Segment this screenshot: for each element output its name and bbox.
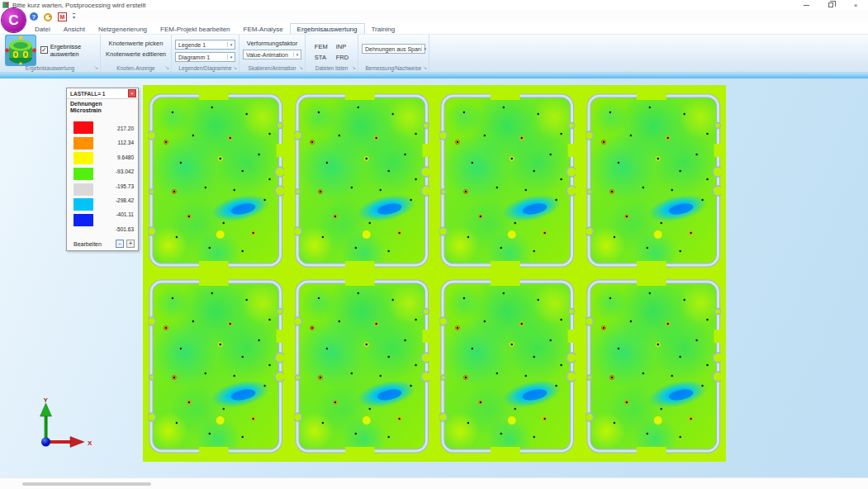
ribbon-group-knoten-anzeige: Knotenwerte picken Knotenwerte editieren… — [101, 35, 172, 72]
title-bar: Bitte kurz warten, Postprocessing wird e… — [0, 0, 868, 10]
tab-netzgenerierung[interactable]: Netzgenerierung — [92, 23, 154, 34]
diagramm-dropdown-value: Diagramm 1 — [178, 55, 210, 60]
legend-swatches — [74, 121, 93, 226]
legende-dropdown-value: Legende 1 — [178, 42, 206, 48]
legend-increase-button[interactable]: + — [126, 240, 135, 248]
window-controls: × — [794, 0, 868, 10]
legend-value: -195.73 — [101, 179, 134, 193]
dehnungen-dropdown-value: Dehnungen aus Span — [365, 46, 421, 52]
coordinate-triad: Y X — [31, 398, 93, 458]
contour-panel — [586, 93, 722, 268]
legend-value: -501.63 — [101, 222, 134, 236]
knotenwerte-picken-button[interactable]: Knotenwerte picken — [104, 39, 168, 48]
group-label: Legenden/Diagramme — [172, 65, 239, 71]
legend-quantity-label: Dehnungen — [70, 101, 138, 107]
ribbon-group-dateien-listen: FEM INP STA FRD Dateien listen ↘ — [306, 35, 358, 72]
tab-fem-analyse[interactable]: FEM-Analyse — [237, 23, 290, 34]
app-logo[interactable]: C — [2, 8, 26, 32]
checkbox-label: Ergebnisse auswerten — [50, 43, 97, 58]
value-animation-value: Value-Animation — [246, 52, 288, 58]
m-logo-icon[interactable]: M — [58, 12, 67, 21]
tab-fem-projekt-bearbeiten[interactable]: FEM-Projekt bearbeiten — [154, 23, 236, 34]
legend-title-bar[interactable]: LASTFALL= 1 × — [67, 88, 138, 99]
diagramm-dropdown[interactable]: Diagramm 1 ▾ — [175, 52, 235, 62]
legend-swatch — [74, 137, 93, 150]
dehnungen-aus-spannungen-dropdown[interactable]: Dehnungen aus Span ▾ — [362, 44, 425, 54]
group-label: Bemessung/Nachweise — [358, 65, 429, 71]
restore-icon[interactable] — [818, 0, 843, 10]
legend-swatch — [74, 168, 93, 180]
dialog-launcher-icon[interactable]: ↘ — [299, 65, 303, 70]
chevron-down-icon[interactable]: ▾ — [227, 42, 235, 47]
legend-values: 217.20 112.34 9.6480 -93.042 -195.73 -29… — [101, 121, 134, 236]
y-axis-label: Y — [44, 398, 49, 404]
legend-swatch — [74, 183, 93, 196]
dialog-launcher-icon[interactable]: ↘ — [94, 65, 98, 70]
close-icon[interactable]: × — [843, 0, 868, 10]
legend-value: -298.42 — [101, 193, 134, 207]
fem-model-icon — [5, 35, 36, 66]
checkbox-check-icon[interactable]: ✓ — [40, 46, 48, 54]
dialog-launcher-icon[interactable]: ↘ — [352, 65, 356, 70]
chevron-down-icon[interactable]: ▾ — [293, 52, 301, 57]
tab-datei[interactable]: Datei — [28, 23, 57, 34]
legend-decrease-button[interactable]: - — [116, 240, 124, 248]
fem-file-button[interactable]: FEM — [315, 43, 328, 50]
legend-swatch — [74, 198, 93, 211]
dialog-launcher-icon[interactable]: ↘ — [233, 65, 237, 70]
sta-file-button[interactable]: STA — [315, 54, 328, 61]
ribbon-group-ergebnisauswertung: ✓ Ergebnisse auswerten Ergebnisauswertun… — [0, 35, 101, 72]
group-label: Dateien listen — [306, 65, 358, 71]
minimize-icon[interactable] — [794, 0, 818, 10]
ribbon: ✓ Ergebnisse auswerten Ergebnisauswertun… — [0, 34, 868, 73]
chevron-down-icon[interactable]: ▾ — [227, 55, 235, 59]
group-label: Skalieren/Animation — [240, 65, 305, 71]
contour-panel — [439, 278, 576, 454]
legend-swatch — [74, 214, 93, 226]
frd-file-button[interactable]: FRD — [336, 54, 349, 61]
group-label: Knoten-Anzeige — [101, 65, 171, 71]
ergebnisse-auswerten-checkbox[interactable]: ✓ Ergebnisse auswerten — [40, 43, 97, 58]
knotenwerte-editieren-button[interactable]: Knotenwerte editieren — [104, 50, 168, 59]
app-icon — [2, 2, 9, 8]
tab-ansicht[interactable]: Ansicht — [57, 23, 92, 34]
verformungsfaktor-button[interactable]: Verformungsfaktor — [243, 39, 301, 48]
horizontal-scrollbar[interactable] — [0, 477, 868, 489]
application-window: Bitte kurz warten, Postprocessing wird e… — [0, 0, 868, 489]
tab-ergebnisauswertung[interactable]: Ergebnisauswertung — [290, 23, 365, 34]
contour-plot-canvas[interactable] — [143, 85, 726, 462]
legend-value: 112.34 — [101, 135, 134, 150]
ribbon-group-legenden-diagramme: Legende 1 ▾ Diagramm 1 ▾ Legenden/Diagra… — [172, 35, 240, 72]
legende-dropdown[interactable]: Legende 1 ▾ — [175, 40, 235, 50]
contour-panel — [294, 93, 430, 268]
dialog-launcher-icon[interactable]: ↘ — [165, 65, 169, 70]
chevron-down-icon[interactable]: ▾ — [421, 46, 429, 51]
ribbon-tab-bar: Datei Ansicht Netzgenerierung FEM-Projek… — [0, 23, 868, 34]
contour-panel — [148, 278, 284, 454]
ribbon-group-bemessung-nachweise: Dehnungen aus Span ▾ Bemessung/Nachweise… — [358, 35, 429, 72]
key-icon[interactable] — [44, 12, 52, 21]
legend-value: -401.11 — [101, 207, 134, 221]
value-animation-dropdown[interactable]: Value-Animation ▾ — [243, 50, 301, 59]
y-axis-arrow — [40, 403, 52, 442]
group-label: Ergebnisauswertung — [0, 65, 100, 71]
origin-ball — [41, 438, 50, 447]
help-icon[interactable]: ? — [30, 12, 38, 21]
dialog-launcher-icon[interactable]: ↘ — [423, 65, 427, 70]
legend-value: 217.20 — [101, 121, 134, 135]
customize-toolbar-icon[interactable]: ▾ — [73, 13, 75, 20]
ribbon-divider-strip — [0, 73, 868, 78]
legend-panel[interactable]: LASTFALL= 1 × Dehnungen Microstrain 217.… — [66, 88, 139, 251]
bearbeiten-label: Bearbeiten — [74, 241, 102, 247]
close-icon[interactable]: × — [128, 89, 136, 97]
tab-training[interactable]: Training — [365, 23, 402, 34]
inp-file-button[interactable]: INP — [336, 43, 349, 50]
graphics-viewport[interactable]: LASTFALL= 1 × Dehnungen Microstrain 217.… — [0, 78, 868, 489]
window-title: Bitte kurz warten, Postprocessing wird e… — [12, 2, 145, 9]
contour-panel — [294, 278, 430, 454]
legend-swatch — [74, 152, 93, 164]
legend-value: 9.6480 — [101, 150, 134, 164]
contour-panel — [439, 93, 576, 268]
lastfall-title: LASTFALL= 1 — [70, 91, 105, 97]
scrollbar-thumb[interactable] — [22, 482, 151, 486]
